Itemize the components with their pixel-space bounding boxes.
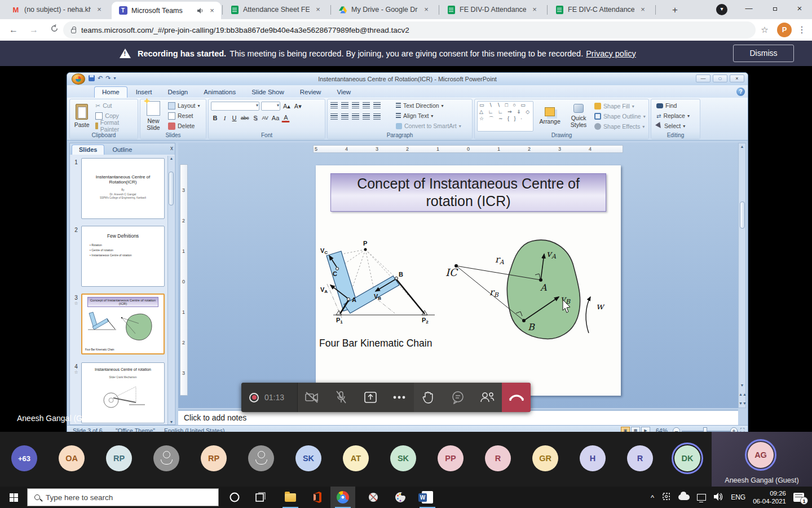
participant-avatar[interactable]: RP [106, 445, 132, 471]
new-slide-button[interactable]: New Slide [140, 100, 166, 132]
panel-close-icon[interactable]: x [170, 145, 173, 151]
snipping-tool-icon[interactable] [361, 487, 386, 508]
find-button[interactable]: Find [655, 100, 700, 111]
numbering-icon[interactable] [341, 102, 348, 108]
font-color-button[interactable]: A [281, 113, 290, 122]
scroll-up-icon[interactable]: ▲ [169, 156, 174, 160]
previous-slide-button[interactable]: ▲▲ [739, 392, 745, 396]
text-direction-button[interactable]: Text Direction▾ [394, 100, 463, 111]
chat-button[interactable] [443, 383, 473, 412]
office-button[interactable] [72, 73, 85, 85]
tray-chevron-icon[interactable]: ^ [651, 493, 654, 502]
participant-avatar[interactable]: RP [201, 445, 227, 471]
tab-close-icon[interactable]: × [314, 5, 323, 14]
delete-button[interactable]: Delete [166, 121, 202, 131]
underline-button[interactable]: U [230, 113, 239, 122]
shape-gallery[interactable]: ▭ ∖ ∖ □ ○ ▭ △ ∟ ∟ ⇒ ⇓ ◇ ☆ ⌒ ∼ { } · [477, 101, 533, 132]
notification-center-icon[interactable]: 1 [793, 493, 804, 502]
ppt-titlebar[interactable]: ↶ ↷ ▾ Instentantaneous Centre of Rotatio… [67, 73, 748, 85]
participant-avatar[interactable]: H [580, 445, 606, 471]
bookmark-star-icon[interactable]: ☆ [758, 23, 771, 37]
quick-styles-button[interactable]: Quick Styles [566, 100, 591, 132]
zoom-out-button[interactable]: – [673, 427, 680, 432]
network-icon[interactable] [697, 494, 706, 501]
shape-outline-button[interactable]: Shape Outline▾ [594, 111, 646, 121]
task-view-icon[interactable] [248, 487, 273, 508]
chrome-icon[interactable] [330, 487, 355, 508]
new-tab-button[interactable]: + [668, 4, 682, 17]
ppt-close-button[interactable]: × [730, 75, 744, 82]
mic-off-button[interactable] [326, 383, 356, 412]
tab-review[interactable]: Review [293, 87, 329, 98]
save-icon[interactable] [89, 75, 95, 81]
tab-slide-show[interactable]: Slide Show [244, 87, 292, 98]
slide-thumb-2[interactable]: 2 Few Defnitions • Rotation • Centre of … [71, 226, 165, 287]
raise-hand-button[interactable] [414, 383, 443, 412]
slide-sorter-button[interactable]: ▦ [631, 427, 640, 432]
slide-canvas[interactable]: Concept of Instantaneous Centre of rotat… [316, 165, 621, 396]
tab-close-icon[interactable]: × [95, 5, 104, 14]
tab-insert[interactable]: Insert [129, 87, 160, 98]
pinned-participant-avatar[interactable]: AG [748, 442, 774, 468]
replace-button[interactable]: ⇄ Replace▾ [655, 111, 700, 121]
increase-indent-icon[interactable] [363, 102, 370, 108]
browser-profile-avatar[interactable]: P [777, 23, 792, 37]
participant-avatar[interactable]: AT [343, 445, 369, 471]
slide-thumb-1[interactable]: 1 Instentantaneous Centre of Rotation(IC… [71, 158, 165, 219]
camera-off-button[interactable] [298, 383, 327, 412]
convert-smartart-button[interactable]: Convert to SmartArt▾ [394, 121, 463, 131]
vertical-ruler[interactable]: 32 10 12 3 [180, 164, 188, 396]
window-restore-button[interactable] [762, 0, 787, 18]
taskbar-search-input[interactable]: Type here to search [27, 488, 219, 506]
reload-icon[interactable] [47, 23, 61, 37]
slides-tab[interactable]: Slides [72, 144, 104, 155]
columns-icon[interactable] [373, 113, 381, 120]
fit-to-window-button[interactable]: ⛶ [740, 427, 744, 432]
bold-button[interactable]: B [211, 113, 219, 122]
ppt-restore-button[interactable] [713, 75, 727, 82]
tab-home[interactable]: Home [94, 86, 127, 98]
participant-avatar[interactable]: R [485, 445, 511, 471]
file-explorer-icon[interactable] [278, 487, 303, 508]
scroll-down-icon[interactable]: ▼ [169, 420, 174, 424]
editor-scrollbar[interactable]: ▲ ▼ ▲▲ ▼▼ [738, 143, 746, 408]
ppt-minimize-button[interactable]: — [696, 75, 710, 82]
paint3d-icon[interactable] [388, 487, 413, 508]
tab-view[interactable]: View [329, 87, 358, 98]
tab-close-icon[interactable]: × [530, 5, 539, 14]
address-bar[interactable]: teams.microsoft.com/_#/pre-join-calling/… [63, 21, 756, 38]
tab-close-icon[interactable]: × [638, 5, 647, 14]
slide-thumb-3-selected[interactable]: 3☆ Concept of Instantaneous Centre of ro… [71, 294, 165, 354]
shrink-font-button[interactable]: A▾ [293, 102, 303, 111]
language-indicator[interactable]: ENG [731, 493, 745, 501]
participants-button[interactable] [473, 383, 502, 412]
office-icon[interactable] [305, 487, 330, 508]
window-close-button[interactable]: × [787, 0, 812, 18]
more-options-button[interactable] [385, 383, 414, 412]
browser-menu-icon[interactable]: ⋮ [795, 23, 809, 37]
overflow-participants-badge[interactable]: +63 [11, 445, 37, 471]
participant-avatar[interactable]: SK [390, 445, 416, 471]
taskbar-clock[interactable]: 09:26 06-04-2021 [753, 489, 786, 506]
redo-icon[interactable]: ↷ [105, 75, 111, 82]
bullets-icon[interactable] [330, 102, 338, 108]
change-case-button[interactable]: Aa [271, 113, 280, 122]
tab-drive[interactable]: My Drive - Google Drive × [332, 0, 438, 19]
participant-avatar-speaking[interactable]: DK [674, 445, 700, 471]
grow-font-button[interactable]: A▴ [282, 102, 292, 111]
scroll-up-icon[interactable]: ▲ [739, 144, 745, 148]
dismiss-button[interactable]: Dismiss [733, 45, 794, 62]
cortana-icon[interactable] [222, 487, 247, 508]
font-name-select[interactable] [211, 102, 259, 111]
participant-avatar[interactable] [153, 445, 179, 471]
back-icon[interactable]: ← [7, 23, 20, 37]
justify-icon[interactable] [363, 113, 370, 120]
format-painter-button[interactable]: Format Painter [94, 121, 138, 131]
horizontal-ruler[interactable]: 54 32 10 12 34 [313, 145, 623, 153]
strikethrough-button[interactable]: abc [240, 113, 250, 122]
character-spacing-button[interactable]: AV [261, 113, 270, 122]
align-left-icon[interactable] [330, 113, 338, 120]
url-text[interactable]: teams.microsoft.com/_#/pre-join-calling/… [81, 26, 409, 34]
decrease-indent-icon[interactable] [352, 102, 359, 108]
select-button[interactable]: Select▾ [655, 121, 700, 131]
